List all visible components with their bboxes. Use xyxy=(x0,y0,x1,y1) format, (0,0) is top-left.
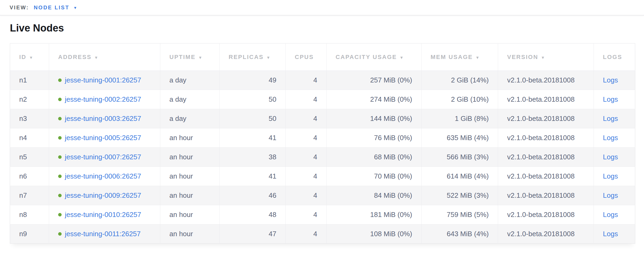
replicas-cell: 48 xyxy=(220,205,286,224)
column-header-label: MEM USAGE xyxy=(431,54,473,60)
logs-cell: Logs xyxy=(594,224,635,244)
mem-usage-cell: 1 GiB (8%) xyxy=(422,109,498,128)
column-header-address[interactable]: ADDRESS▼ xyxy=(49,44,160,71)
node-address-link[interactable]: jesse-tuning-0009:26257 xyxy=(65,191,141,199)
logs-link[interactable]: Logs xyxy=(603,134,618,142)
logs-cell: Logs xyxy=(594,109,635,128)
node-address-link[interactable]: jesse-tuning-0006:26257 xyxy=(65,172,141,180)
mem-usage-cell: 759 MiB (5%) xyxy=(422,205,498,224)
capacity-usage-cell: 181 MiB (0%) xyxy=(327,205,422,224)
logs-link[interactable]: Logs xyxy=(603,230,618,238)
node-address-link[interactable]: jesse-tuning-0001:26257 xyxy=(65,76,141,84)
sort-arrow-icon[interactable]: ▼ xyxy=(198,55,203,60)
replicas-cell: 38 xyxy=(220,148,286,167)
node-status-dot-icon xyxy=(58,213,62,216)
node-address-cell: jesse-tuning-0011:26257 xyxy=(49,224,160,244)
node-id-cell: n5 xyxy=(10,148,49,167)
column-header-id[interactable]: ID▼ xyxy=(10,44,49,71)
logs-link[interactable]: Logs xyxy=(603,95,618,103)
logs-cell: Logs xyxy=(594,167,635,186)
page-title: Live Nodes xyxy=(0,15,644,34)
column-header-label: LOGS xyxy=(603,54,622,60)
view-bar: VIEW: NODE LIST ▼ xyxy=(0,0,644,15)
sort-arrow-icon[interactable]: ▼ xyxy=(94,55,99,60)
version-cell: v2.1.0-beta.20181008 xyxy=(498,224,594,244)
sort-arrow-icon[interactable]: ▼ xyxy=(475,55,480,60)
node-address-link[interactable]: jesse-tuning-0007:26257 xyxy=(65,153,141,161)
mem-usage-cell: 2 GiB (10%) xyxy=(422,90,498,109)
sort-arrow-icon[interactable]: ▼ xyxy=(29,55,34,60)
column-header-label: VERSION xyxy=(507,54,538,60)
node-address-cell: jesse-tuning-0009:26257 xyxy=(49,186,160,205)
logs-cell: Logs xyxy=(594,186,635,205)
version-cell: v2.1.0-beta.20181008 xyxy=(498,148,594,167)
replicas-cell: 41 xyxy=(220,167,286,186)
sort-arrow-icon[interactable]: ▼ xyxy=(541,55,546,60)
uptime-cell: an hour xyxy=(160,205,220,224)
node-address-cell: jesse-tuning-0007:26257 xyxy=(49,148,160,167)
cpus-cell: 4 xyxy=(286,205,327,224)
mem-usage-cell: 522 MiB (3%) xyxy=(422,186,498,205)
table-row: n4 jesse-tuning-0005:26257 an hour 41 4 … xyxy=(10,128,635,148)
live-nodes-table-container: ID▼ ADDRESS▼ UPTIME▼ REPLICAS▼ CPUS CAPA… xyxy=(10,43,635,244)
logs-link[interactable]: Logs xyxy=(603,76,618,84)
column-header-version[interactable]: VERSION▼ xyxy=(498,44,594,71)
logs-cell: Logs xyxy=(594,148,635,167)
uptime-cell: an hour xyxy=(160,148,220,167)
version-cell: v2.1.0-beta.20181008 xyxy=(498,128,594,148)
cpus-cell: 4 xyxy=(286,224,327,244)
column-header-replicas[interactable]: REPLICAS▼ xyxy=(220,44,286,71)
cpus-cell: 4 xyxy=(286,109,327,128)
node-status-dot-icon xyxy=(58,98,62,101)
version-cell: v2.1.0-beta.20181008 xyxy=(498,186,594,205)
mem-usage-cell: 614 MiB (4%) xyxy=(422,167,498,186)
column-header-label: CPUS xyxy=(295,54,314,60)
cpus-cell: 4 xyxy=(286,128,327,148)
node-address-link[interactable]: jesse-tuning-0002:26257 xyxy=(65,95,141,103)
node-address-link[interactable]: jesse-tuning-0003:26257 xyxy=(65,114,141,122)
uptime-cell: a day xyxy=(160,90,220,109)
node-address-link[interactable]: jesse-tuning-0005:26257 xyxy=(65,134,141,142)
logs-link[interactable]: Logs xyxy=(603,191,618,199)
logs-link[interactable]: Logs xyxy=(603,211,618,219)
logs-link[interactable]: Logs xyxy=(603,172,618,180)
node-status-dot-icon xyxy=(58,175,62,178)
column-header-label: ADDRESS xyxy=(58,54,92,60)
version-cell: v2.1.0-beta.20181008 xyxy=(498,167,594,186)
node-address-cell: jesse-tuning-0002:26257 xyxy=(49,90,160,109)
view-bar-label: VIEW: xyxy=(10,5,29,11)
mem-usage-cell: 635 MiB (4%) xyxy=(422,128,498,148)
view-selector-value[interactable]: NODE LIST xyxy=(34,5,69,11)
node-id-cell: n7 xyxy=(10,186,49,205)
mem-usage-cell: 643 MiB (4%) xyxy=(422,224,498,244)
node-address-link[interactable]: jesse-tuning-0010:26257 xyxy=(65,211,141,219)
column-header-label: CAPACITY USAGE xyxy=(336,54,397,60)
uptime-cell: a day xyxy=(160,109,220,128)
logs-link[interactable]: Logs xyxy=(603,114,618,122)
column-header-uptime[interactable]: UPTIME▼ xyxy=(160,44,220,71)
uptime-cell: an hour xyxy=(160,167,220,186)
mem-usage-cell: 2 GiB (14%) xyxy=(422,71,498,90)
column-header-cpus: CPUS xyxy=(286,44,327,71)
node-address-cell: jesse-tuning-0001:26257 xyxy=(49,71,160,90)
replicas-cell: 41 xyxy=(220,128,286,148)
view-selector-dropdown[interactable]: NODE LIST ▼ xyxy=(34,5,77,11)
node-id-cell: n4 xyxy=(10,128,49,148)
node-status-dot-icon xyxy=(58,155,62,159)
cpus-cell: 4 xyxy=(286,90,327,109)
column-header-label: REPLICAS xyxy=(229,54,264,60)
logs-link[interactable]: Logs xyxy=(603,153,618,161)
column-header-label: ID xyxy=(19,54,26,60)
sort-arrow-icon[interactable]: ▼ xyxy=(400,55,404,60)
column-header-mem-usage[interactable]: MEM USAGE▼ xyxy=(422,44,498,71)
version-cell: v2.1.0-beta.20181008 xyxy=(498,109,594,128)
sort-arrow-icon[interactable]: ▼ xyxy=(266,55,271,60)
chevron-down-icon[interactable]: ▼ xyxy=(73,5,77,10)
node-address-link[interactable]: jesse-tuning-0011:26257 xyxy=(65,230,141,238)
logs-cell: Logs xyxy=(594,90,635,109)
column-header-capacity-usage[interactable]: CAPACITY USAGE▼ xyxy=(327,44,422,71)
cpus-cell: 4 xyxy=(286,167,327,186)
table-row: n7 jesse-tuning-0009:26257 an hour 46 4 … xyxy=(10,186,635,205)
replicas-cell: 49 xyxy=(220,71,286,90)
table-row: n9 jesse-tuning-0011:26257 an hour 47 4 … xyxy=(10,224,635,244)
